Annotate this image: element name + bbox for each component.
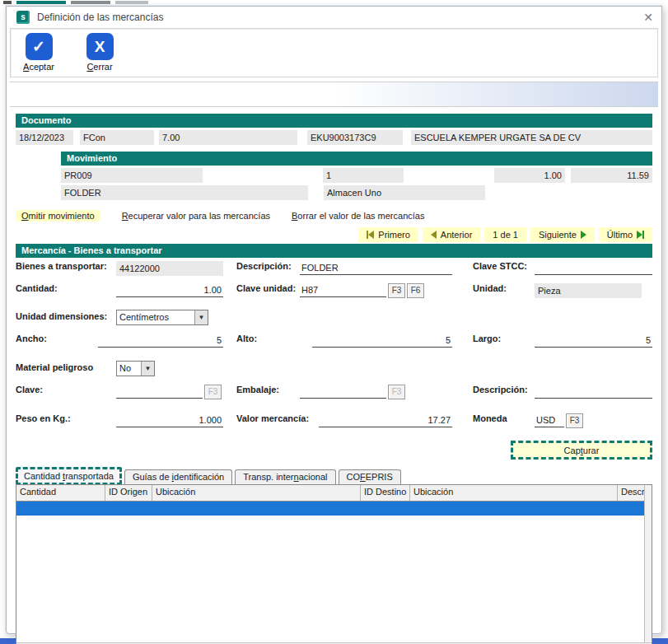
column-header-id-origen[interactable]: ID Origen: [105, 485, 152, 501]
previous-record-icon: [431, 231, 437, 239]
background-window-top: [0, 0, 668, 6]
cantidad-field[interactable]: 1.00: [116, 283, 223, 297]
valor-mercancia-label: Valor mercancía:: [236, 413, 309, 423]
record-navigation: Primero Anterior 1 de 1 Siguiente Último: [16, 227, 652, 242]
column-header-id-destino[interactable]: ID Destino: [361, 485, 410, 501]
moneda-field[interactable]: USD: [535, 413, 564, 427]
bienes-field[interactable]: 44122000: [116, 261, 223, 276]
column-header-ubicacion-origen[interactable]: Ubicación: [152, 485, 361, 501]
vertical-scrollbar[interactable]: [644, 485, 652, 642]
movimiento-precio: 11.59: [571, 168, 652, 183]
chevron-down-icon[interactable]: ▼: [194, 310, 208, 324]
movimiento-costo: 1.00: [494, 168, 565, 183]
background-fragment: [115, 1, 148, 4]
nav-anterior-button[interactable]: Anterior: [423, 227, 481, 242]
peso-field[interactable]: 1.000: [116, 413, 223, 427]
cantidad-transportada-grid: Cantidad ID Origen Ubicación ID Destino …: [16, 484, 652, 644]
material-peligroso-select[interactable]: No ▼: [116, 361, 155, 376]
check-icon: ✓: [26, 33, 53, 60]
nav-ultimo-button[interactable]: Último: [599, 227, 652, 242]
descripcion2-field[interactable]: [535, 385, 652, 399]
tab-transp-internacional[interactable]: Transp. internacional: [235, 469, 335, 484]
clave-f3-button: F3: [204, 385, 222, 399]
descripcion-field[interactable]: FOLDER: [300, 261, 452, 275]
descripcion2-label: Descripción:: [473, 385, 528, 394]
documento-folio: 7.00: [159, 130, 297, 145]
movimiento-row-1: PR009 1 1.00 11.59: [61, 168, 652, 183]
alto-label: Alto:: [236, 334, 257, 343]
tab-cofepris[interactable]: COFEPRIS: [339, 469, 401, 484]
recuperar-valor-link[interactable]: Recuperar valor para las mercancías: [122, 211, 270, 221]
clave-label: Clave:: [16, 385, 43, 394]
movimiento-section-header: Movimiento: [61, 152, 652, 166]
background-fragment: [71, 1, 110, 4]
nav-primero-button[interactable]: Primero: [358, 227, 418, 242]
movimiento-cantidad: 1: [323, 168, 404, 183]
largo-field[interactable]: 5: [535, 334, 652, 348]
tab-guias-identificacion[interactable]: Guías de identificación: [124, 469, 232, 484]
valor-mercancia-field[interactable]: 17.27: [319, 413, 452, 427]
last-record-icon: [637, 231, 644, 239]
alto-field[interactable]: 5: [312, 334, 452, 348]
ancho-field[interactable]: 5: [98, 334, 223, 348]
grid-empty-area[interactable]: [16, 516, 652, 642]
movimiento-almacen: Almacen Uno: [324, 185, 485, 200]
column-header-ubicacion-destino[interactable]: Ubicación: [410, 485, 618, 501]
documento-section-header: Documento: [16, 114, 652, 128]
close-icon[interactable]: ✕: [643, 11, 653, 24]
tab-cantidad-transportada[interactable]: Cantidad transportada: [16, 467, 122, 485]
omitir-movimiento-link[interactable]: Omitir movimiento: [16, 210, 100, 222]
documento-tipo: FCon: [80, 130, 154, 145]
largo-label: Largo:: [473, 334, 501, 343]
movimiento-row-2: FOLDER Almacen Uno: [61, 185, 652, 200]
embalaje-label: Embalaje:: [236, 385, 279, 394]
movimiento-descripcion: FOLDER: [61, 185, 308, 200]
first-record-icon: [367, 231, 374, 239]
material-peligroso-label: Material peligroso: [16, 362, 93, 372]
toolbar: ✓ Aceptar X Cerrar: [10, 28, 658, 77]
cantidad-label: Cantidad:: [16, 283, 58, 293]
aceptar-label: Aceptar: [16, 62, 62, 72]
movimiento-producto: PR009: [61, 168, 203, 183]
title-bar[interactable]: s Definición de las mercancías ✕: [7, 7, 661, 27]
unidad-field: Pieza: [535, 283, 642, 298]
clave-stcc-field[interactable]: [535, 261, 652, 275]
nav-position: 1 de 1: [484, 227, 526, 242]
unidad-label: Unidad:: [473, 283, 507, 293]
documento-fecha: 18/12/2023: [16, 130, 73, 145]
movimiento-links: Omitir movimiento Recuperar valor para l…: [16, 208, 652, 223]
ancho-label: Ancho:: [16, 334, 47, 343]
cerrar-label: Cerrar: [77, 62, 123, 72]
descripcion-label: Descripción:: [236, 261, 292, 271]
moneda-label: Moneda: [473, 413, 507, 423]
borrar-valor-link[interactable]: Borrar el valor de las mercancías: [292, 211, 424, 221]
capturar-button[interactable]: Capturar: [511, 441, 652, 460]
aceptar-button[interactable]: ✓ Aceptar: [16, 32, 62, 72]
chevron-down-icon[interactable]: ▼: [141, 362, 154, 376]
clave-field[interactable]: [116, 385, 203, 399]
background-fragment: [3, 1, 12, 4]
next-record-icon: [581, 231, 586, 239]
unidad-dimensiones-select[interactable]: Centímetros ▼: [116, 310, 208, 325]
nav-siguiente-button[interactable]: Siguiente: [530, 227, 595, 242]
header-band: [10, 82, 658, 107]
documento-razon-social: ESCUELA KEMPER URGATE SA DE CV: [411, 130, 652, 145]
selected-empty-row[interactable]: [16, 502, 652, 516]
window-title: Definición de las mercancías: [37, 12, 163, 23]
unidad-dimensiones-label: Unidad dimensiones:: [16, 311, 107, 321]
documento-row: 18/12/2023 FCon 7.00 EKU9003173C9 ESCUEL…: [16, 130, 652, 145]
embalaje-field[interactable]: [300, 385, 386, 399]
dialog-definicion-mercancias: s Definición de las mercancías ✕ ✓ Acept…: [6, 6, 662, 634]
x-icon: X: [86, 33, 114, 60]
column-header-cantidad[interactable]: Cantidad: [16, 485, 105, 501]
clave-unidad-field[interactable]: H87: [300, 283, 386, 297]
cerrar-button[interactable]: X Cerrar: [77, 32, 123, 72]
bienes-label: Bienes a transportar:: [16, 261, 107, 271]
background-fragment: [16, 1, 66, 4]
moneda-f3-button[interactable]: F3: [566, 413, 583, 428]
clave-unidad-f6-button[interactable]: F6: [407, 283, 424, 298]
clave-unidad-label: Clave unidad:: [236, 283, 296, 293]
documento-rfc: EKU9003173C9: [307, 130, 403, 145]
clave-unidad-f3-button[interactable]: F3: [388, 283, 405, 298]
peso-label: Peso en Kg.:: [16, 413, 71, 423]
